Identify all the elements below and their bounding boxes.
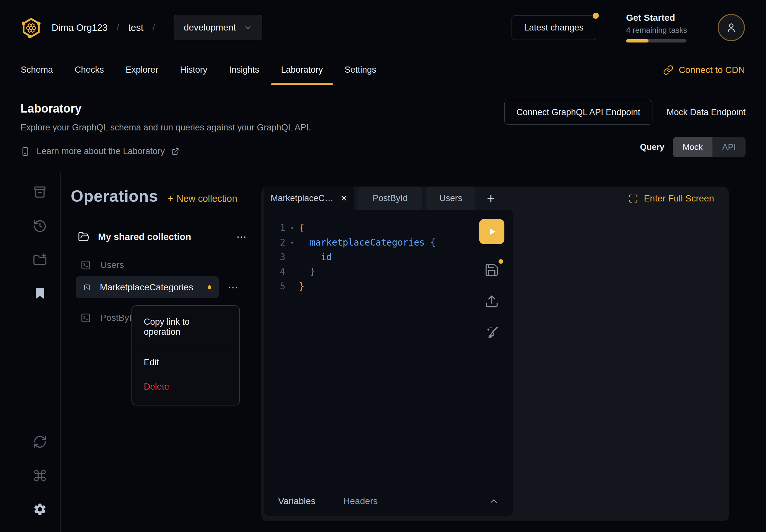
code-area[interactable]: 1 ▾ { 2 ▾ marketplaceCategories { 3 id 4 [264, 210, 513, 294]
query-editor[interactable]: 1 ▾ { 2 ▾ marketplaceCategories { 3 id 4 [264, 210, 513, 516]
get-started-title: Get Started [626, 13, 688, 23]
hive-logo-icon[interactable] [20, 16, 42, 39]
laboratory-editor-panel: MarketplaceC… ✕ PostById Users + Enter F… [261, 187, 729, 521]
tab-laboratory[interactable]: Laboratory [271, 55, 333, 85]
new-collection-folder-plus-icon[interactable] [33, 252, 47, 267]
get-started-progress-bar [626, 39, 687, 42]
bookmark-icon[interactable] [33, 286, 47, 300]
close-tab-icon[interactable]: ✕ [340, 194, 347, 203]
new-collection-button[interactable]: + New collection [168, 193, 237, 204]
book-icon [20, 147, 30, 156]
connect-to-cdn-link[interactable]: Connect to CDN [663, 55, 745, 85]
operations-panel: Operations + New collection My shared co… [61, 172, 261, 532]
plus-icon: + [168, 193, 173, 204]
get-started-progress-fill [626, 39, 649, 42]
command-shortcuts-icon[interactable] [33, 468, 47, 483]
editor-tab-bar: MarketplaceC… ✕ PostById Users + Enter F… [261, 187, 729, 210]
folder-open-icon [78, 231, 90, 243]
tab-schema[interactable]: Schema [11, 55, 63, 85]
get-started-subtitle: 4 remaining tasks [626, 26, 688, 35]
tab-checks[interactable]: Checks [65, 55, 114, 85]
code-line: 4 } [264, 264, 513, 279]
query-mode-toggle: Mock API [673, 137, 746, 157]
menu-item-edit[interactable]: Edit [132, 347, 239, 371]
headers-tab[interactable]: Headers [343, 496, 378, 506]
user-avatar[interactable] [718, 14, 745, 41]
laboratory-workspace: Operations + New collection My shared co… [0, 172, 766, 532]
broom-sparkles-icon [484, 325, 499, 340]
history-icon[interactable] [33, 219, 47, 233]
operation-context-menu: Copy link to operation Edit Delete [131, 305, 240, 405]
tab-explorer[interactable]: Explorer [115, 55, 168, 85]
line-number: 4 [264, 266, 285, 277]
breadcrumb-separator: / [116, 23, 119, 33]
prettify-query-button[interactable] [484, 325, 499, 340]
environment-selector[interactable]: development [174, 15, 262, 40]
collection-name: My shared collection [98, 232, 191, 242]
operation-terminal-icon [80, 312, 91, 323]
variables-tab[interactable]: Variables [278, 496, 315, 506]
operation-terminal-icon [83, 282, 91, 293]
code-line: 2 ▾ marketplaceCategories { [264, 235, 513, 250]
main-nav: Schema Checks Explorer History Insights … [0, 55, 766, 85]
operation-item-row: MarketplaceCategories ⋯ [76, 276, 261, 298]
latest-changes-label: Latest changes [524, 23, 584, 33]
breadcrumb-org[interactable]: Dima Org123 [52, 22, 107, 33]
share-operation-button[interactable] [485, 294, 499, 308]
operation-item-users[interactable]: Users [73, 255, 219, 275]
collection-menu-button[interactable]: ⋯ [236, 232, 247, 242]
operation-menu-button[interactable]: ⋯ [228, 282, 238, 293]
chevron-down-icon [244, 23, 252, 32]
breadcrumb-separator: / [152, 23, 155, 33]
play-icon [486, 226, 498, 237]
environment-selector-value: development [184, 22, 236, 33]
editor-tab-post-by-id[interactable]: PostById [358, 187, 422, 210]
enter-fullscreen-button[interactable]: Enter Full Screen [628, 193, 714, 204]
page-header-actions: Connect GraphQL API Endpoint Mock Data E… [505, 100, 746, 157]
latest-changes-button[interactable]: Latest changes [512, 15, 596, 40]
operation-item-marketplace-categories[interactable]: MarketplaceCategories [76, 276, 219, 298]
line-number: 2 [264, 237, 285, 248]
share-upload-icon [485, 294, 499, 308]
query-mode-mock[interactable]: Mock [673, 137, 712, 157]
line-number: 3 [264, 252, 285, 262]
refresh-icon[interactable] [33, 435, 47, 449]
tab-insights[interactable]: Insights [219, 55, 269, 85]
unsaved-changes-dot [499, 259, 503, 264]
collections-archive-icon[interactable] [33, 185, 47, 199]
operations-title: Operations [71, 187, 158, 206]
fold-caret-icon[interactable]: ▾ [285, 225, 299, 231]
notification-dot [593, 13, 599, 19]
top-bar-right: Latest changes Get Started 4 remaining t… [512, 13, 745, 42]
connect-graphql-endpoint-button[interactable]: Connect GraphQL API Endpoint [505, 100, 652, 125]
editor-bottom-bar: Variables Headers [264, 486, 513, 516]
query-mode-api[interactable]: API [712, 137, 746, 157]
code-line: 1 ▾ { [264, 221, 513, 235]
tab-settings[interactable]: Settings [334, 55, 387, 85]
save-operation-button[interactable] [484, 262, 499, 277]
menu-item-delete[interactable]: Delete [132, 371, 239, 405]
collection-header[interactable]: My shared collection ⋯ [78, 228, 247, 245]
fold-caret-icon[interactable]: ▾ [285, 239, 299, 246]
side-icon-rail [0, 172, 61, 532]
top-bar: Dima Org123 / test / development Latest … [0, 0, 766, 55]
line-number: 5 [264, 281, 285, 292]
menu-item-copy-link[interactable]: Copy link to operation [132, 306, 239, 347]
breadcrumb: Dima Org123 / test / development [20, 15, 262, 40]
tab-history[interactable]: History [170, 55, 217, 85]
settings-gear-icon[interactable] [33, 502, 47, 516]
operation-terminal-icon [80, 260, 91, 271]
fullscreen-icon [628, 194, 638, 203]
unsaved-changes-dot [208, 285, 211, 289]
editor-actions [479, 219, 505, 340]
run-query-button[interactable] [479, 219, 505, 244]
breadcrumb-project[interactable]: test [128, 22, 143, 33]
editor-tab-users[interactable]: Users [427, 187, 475, 210]
editor-tab-marketplace-categories[interactable]: MarketplaceC… ✕ [264, 187, 354, 210]
save-icon [484, 262, 499, 277]
get-started-widget[interactable]: Get Started 4 remaining tasks [626, 13, 688, 42]
new-tab-button[interactable]: + [487, 191, 495, 206]
chevron-up-icon[interactable] [489, 496, 499, 506]
mock-data-endpoint-link[interactable]: Mock Data Endpoint [667, 107, 746, 117]
external-link-icon [171, 148, 179, 155]
